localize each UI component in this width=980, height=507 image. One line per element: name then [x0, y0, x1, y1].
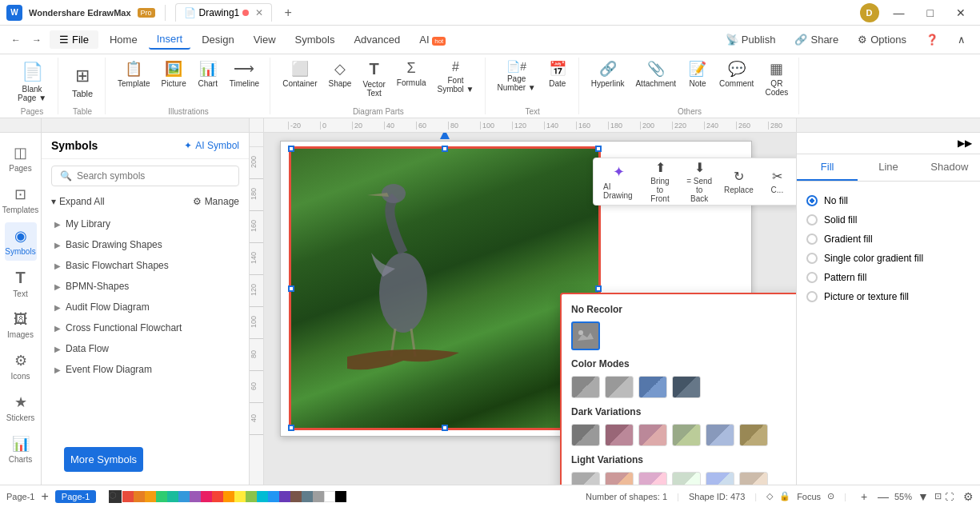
replace-button[interactable]: ↻ Replace	[719, 162, 758, 202]
light-var-1[interactable]	[571, 472, 600, 485]
qr-codes-button[interactable]: ▦ QRCodes	[761, 58, 792, 106]
menu-symbols[interactable]: Symbols	[287, 30, 343, 49]
shape-button[interactable]: ◇ Shape	[325, 58, 356, 106]
active-tab[interactable]: 📄 Drawing1 ✕	[175, 3, 273, 22]
sidebar-item-text[interactable]: T Text	[5, 264, 37, 302]
picture-button[interactable]: 🖼️ Picture	[158, 58, 190, 106]
color-swatch-yellow[interactable]	[145, 491, 156, 502]
ai-drawing-button[interactable]: ✦ AI Drawing	[597, 162, 641, 202]
sidebar-item-images[interactable]: 🖼 Images	[5, 305, 37, 344]
font-symbol-button[interactable]: # FontSymbol ▼	[433, 58, 478, 106]
color-swatch-blue[interactable]	[178, 491, 190, 502]
symbol-item-bpmn[interactable]: ▶ BPMN-Shapes	[42, 276, 249, 297]
minimize-button[interactable]: —	[886, 0, 913, 26]
dark-var-1[interactable]	[571, 424, 600, 446]
selection-handle-mr[interactable]	[595, 285, 602, 292]
symbol-item-basic-drawing[interactable]: ▶ Basic Drawing Shapes	[42, 234, 249, 255]
fill-option-single-gradient[interactable]: Single color gradient fill	[806, 249, 970, 268]
search-input[interactable]	[77, 170, 230, 182]
selection-handle-tr[interactable]	[595, 146, 602, 152]
close-button[interactable]: ✕	[948, 0, 974, 26]
tab-line[interactable]: Line	[858, 154, 918, 181]
light-var-5[interactable]	[706, 472, 734, 485]
dark-var-3[interactable]	[638, 424, 667, 446]
options-button[interactable]: ⚙ Options	[850, 30, 914, 49]
color-swatch-red2[interactable]	[212, 491, 223, 502]
bring-to-front-button[interactable]: ⬆ Bring toFront	[641, 162, 679, 202]
light-var-2[interactable]	[605, 472, 634, 485]
publish-button[interactable]: 📡 Publish	[718, 30, 784, 49]
color-swatch-grey[interactable]	[313, 491, 324, 502]
selection-handle-ml[interactable]	[288, 285, 294, 292]
dark-var-4[interactable]	[672, 424, 701, 446]
expand-all-button[interactable]: ▾ Expand All	[51, 196, 105, 207]
fullscreen-icon[interactable]: ⛶	[945, 492, 954, 501]
formula-button[interactable]: Σ Formula	[393, 58, 430, 106]
container-button[interactable]: ⬜ Container	[278, 58, 321, 106]
add-tab-button[interactable]: +	[278, 3, 298, 22]
fill-option-pattern[interactable]: Pattern fill	[806, 268, 970, 287]
date-button[interactable]: 📅 Date	[543, 58, 572, 106]
right-panel-collapse-button[interactable]: ▶▶	[953, 136, 977, 150]
color-swatch-purple[interactable]	[190, 491, 201, 502]
chart-button[interactable]: 📊 Chart	[194, 58, 222, 106]
timeline-button[interactable]: ⟶ Timeline	[226, 58, 263, 106]
symbol-item-audit[interactable]: ▶ Audit Flow Diagram	[42, 297, 249, 317]
fit-page-icon[interactable]: ⊡	[934, 491, 942, 501]
ai-symbol-button[interactable]: ✦ AI Symbol	[184, 140, 239, 151]
attachment-button[interactable]: 📎 Attachment	[631, 58, 680, 106]
fill-option-picture[interactable]: Picture or texture fill	[806, 287, 970, 306]
color-swatch-black[interactable]	[335, 491, 346, 502]
fill-option-solid[interactable]: Solid fill	[806, 210, 970, 230]
color-swatch-orange2[interactable]	[223, 491, 234, 502]
color-swatch-lime[interactable]	[246, 491, 257, 502]
dark-var-2[interactable]	[605, 424, 634, 446]
color-swatch-white[interactable]	[324, 491, 335, 502]
selection-handle-tl[interactable]	[288, 146, 294, 152]
color-mode-4[interactable]	[672, 376, 701, 398]
selection-handle-bl[interactable]	[288, 425, 294, 431]
color-swatch-green[interactable]	[156, 491, 167, 502]
menu-view[interactable]: View	[246, 30, 284, 49]
add-page-button[interactable]: +	[41, 489, 48, 504]
selection-handle-bm[interactable]	[442, 425, 448, 431]
back-button[interactable]: ←	[6, 30, 26, 50]
send-to-back-button[interactable]: ⬇ = Send toBack	[679, 162, 719, 202]
sidebar-item-pages[interactable]: ◫ Pages	[5, 139, 37, 178]
color-swatch-teal[interactable]	[167, 491, 178, 502]
color-swatch-brown[interactable]	[290, 491, 302, 502]
template-button[interactable]: 📋 Template	[114, 58, 154, 106]
symbol-item-event-flow[interactable]: ▶ Event Flow Diagram	[42, 359, 249, 380]
color-swatch-blue-grey[interactable]	[302, 491, 313, 502]
symbol-item-my-library[interactable]: ▶ My Library	[42, 214, 249, 234]
maximize-button[interactable]: □	[919, 0, 942, 26]
vector-text-button[interactable]: T VectorText	[358, 58, 389, 106]
zoom-percent-button[interactable]: ▼	[915, 490, 931, 503]
note-button[interactable]: 📝 Note	[683, 58, 712, 106]
zoom-out-button[interactable]: —	[875, 490, 891, 503]
color-swatch-yellow2[interactable]	[234, 491, 246, 502]
avatar[interactable]: D	[860, 3, 879, 22]
sidebar-item-symbols[interactable]: ◉ Symbols	[5, 222, 37, 261]
table-button[interactable]: ⊞ Table	[66, 58, 98, 106]
manage-button[interactable]: ⚙ Manage	[193, 196, 239, 207]
light-var-6[interactable]	[739, 472, 768, 485]
forward-button[interactable]: →	[27, 30, 46, 50]
menu-insert[interactable]: Insert	[149, 30, 191, 50]
active-page-pill[interactable]: Page-1	[55, 490, 96, 503]
symbol-item-basic-flowchart[interactable]: ▶ Basic Flowchart Shapes	[42, 255, 249, 276]
tab-shadow[interactable]: Shadow	[919, 154, 980, 181]
menu-advanced[interactable]: Advanced	[346, 30, 408, 49]
zoom-in-button[interactable]: +	[856, 490, 872, 503]
fill-option-no-fill[interactable]: No fill	[806, 191, 970, 210]
dark-var-6[interactable]	[739, 424, 768, 446]
color-mode-1[interactable]	[571, 376, 600, 398]
blank-page-button[interactable]: 📄 BlankPage ▼	[13, 58, 51, 106]
color-mode-2[interactable]	[605, 376, 634, 398]
color-swatch-purple2[interactable]	[279, 491, 290, 502]
color-swatch-cyan[interactable]	[257, 491, 268, 502]
fill-option-gradient[interactable]: Gradient fill	[806, 230, 970, 249]
selection-handle-tm[interactable]	[442, 146, 448, 152]
dark-var-5[interactable]	[706, 424, 734, 446]
settings-icon[interactable]: ⚙	[963, 490, 974, 503]
